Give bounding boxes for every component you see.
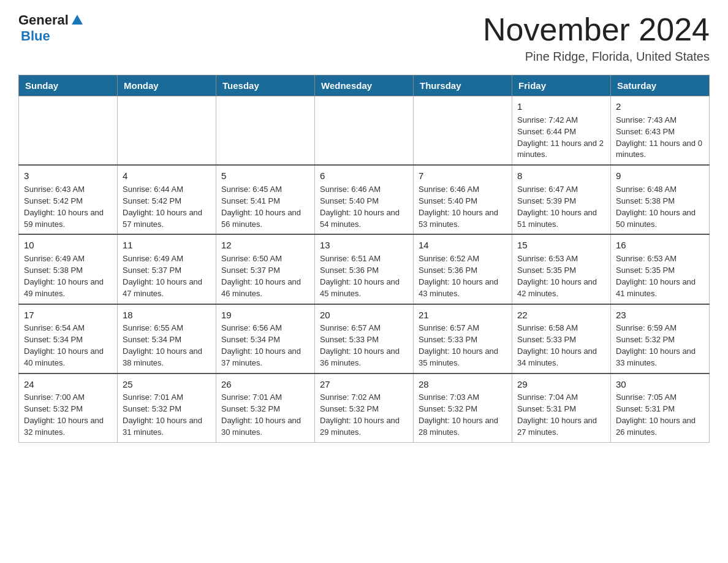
day-number: 11 (123, 239, 211, 252)
day-info: Sunrise: 6:46 AM Sunset: 5:40 PM Dayligh… (320, 185, 400, 229)
day-info: Sunrise: 6:54 AM Sunset: 5:34 PM Dayligh… (24, 323, 104, 367)
day-number: 28 (419, 378, 507, 391)
day-number: 7 (419, 169, 507, 183)
logo-flag-icon (70, 13, 84, 27)
day-info: Sunrise: 6:52 AM Sunset: 5:36 PM Dayligh… (419, 254, 498, 298)
svg-marker-0 (72, 15, 83, 25)
day-number: 17 (24, 308, 112, 322)
day-number: 6 (320, 169, 408, 183)
weekday-header-friday: Friday (512, 75, 611, 96)
day-info: Sunrise: 7:42 AM Sunset: 6:44 PM Dayligh… (517, 115, 604, 159)
day-info: Sunrise: 6:53 AM Sunset: 5:35 PM Dayligh… (616, 254, 696, 298)
calendar-week-row: 1Sunrise: 7:42 AM Sunset: 6:44 PM Daylig… (19, 96, 710, 166)
page-header: General Blue November 2024 Pine Ridge, F… (18, 12, 710, 64)
calendar-cell: 23Sunrise: 6:59 AM Sunset: 5:32 PM Dayli… (611, 304, 710, 373)
day-number: 20 (320, 308, 408, 322)
day-number: 8 (517, 169, 605, 183)
calendar-cell: 27Sunrise: 7:02 AM Sunset: 5:32 PM Dayli… (315, 373, 414, 443)
calendar-cell: 19Sunrise: 6:56 AM Sunset: 5:34 PM Dayli… (216, 304, 315, 373)
day-number: 23 (616, 308, 704, 322)
day-number: 27 (320, 378, 408, 391)
month-title: November 2024 (483, 12, 710, 47)
calendar-week-row: 24Sunrise: 7:00 AM Sunset: 5:32 PM Dayli… (19, 373, 710, 443)
day-info: Sunrise: 6:59 AM Sunset: 5:32 PM Dayligh… (616, 323, 696, 367)
weekday-header-wednesday: Wednesday (315, 75, 414, 96)
day-info: Sunrise: 6:51 AM Sunset: 5:36 PM Dayligh… (320, 254, 400, 298)
calendar-cell: 8Sunrise: 6:47 AM Sunset: 5:39 PM Daylig… (512, 165, 611, 234)
calendar-cell: 7Sunrise: 6:46 AM Sunset: 5:40 PM Daylig… (414, 165, 512, 234)
day-number: 4 (123, 169, 211, 183)
calendar-cell (19, 96, 118, 166)
logo-blue: Blue (21, 28, 50, 44)
calendar-cell: 18Sunrise: 6:55 AM Sunset: 5:34 PM Dayli… (118, 304, 216, 373)
calendar-week-row: 17Sunrise: 6:54 AM Sunset: 5:34 PM Dayli… (19, 304, 710, 373)
day-number: 2 (616, 100, 704, 113)
day-info: Sunrise: 6:58 AM Sunset: 5:33 PM Dayligh… (517, 323, 597, 367)
day-info: Sunrise: 6:44 AM Sunset: 5:42 PM Dayligh… (123, 185, 202, 229)
weekday-header-thursday: Thursday (414, 75, 512, 96)
calendar-week-row: 10Sunrise: 6:49 AM Sunset: 5:38 PM Dayli… (19, 234, 710, 304)
day-info: Sunrise: 7:05 AM Sunset: 5:31 PM Dayligh… (616, 393, 696, 437)
day-number: 13 (320, 239, 408, 252)
day-info: Sunrise: 6:50 AM Sunset: 5:37 PM Dayligh… (221, 254, 301, 298)
logo-text: General (18, 12, 85, 28)
day-number: 3 (24, 169, 112, 183)
weekday-header-sunday: Sunday (19, 75, 118, 96)
day-info: Sunrise: 6:56 AM Sunset: 5:34 PM Dayligh… (221, 323, 301, 367)
day-number: 1 (517, 100, 605, 113)
day-info: Sunrise: 7:43 AM Sunset: 6:43 PM Dayligh… (616, 115, 702, 159)
day-info: Sunrise: 7:01 AM Sunset: 5:32 PM Dayligh… (221, 393, 301, 437)
day-info: Sunrise: 7:02 AM Sunset: 5:32 PM Dayligh… (320, 393, 400, 437)
day-info: Sunrise: 6:46 AM Sunset: 5:40 PM Dayligh… (419, 185, 498, 229)
logo: General Blue (18, 12, 85, 44)
day-info: Sunrise: 6:53 AM Sunset: 5:35 PM Dayligh… (517, 254, 597, 298)
day-number: 26 (221, 378, 309, 391)
day-number: 5 (221, 169, 309, 183)
calendar-cell: 20Sunrise: 6:57 AM Sunset: 5:33 PM Dayli… (315, 304, 414, 373)
calendar-table: SundayMondayTuesdayWednesdayThursdayFrid… (18, 75, 710, 443)
day-number: 12 (221, 239, 309, 252)
day-number: 15 (517, 239, 605, 252)
weekday-header-tuesday: Tuesday (216, 75, 315, 96)
day-info: Sunrise: 6:57 AM Sunset: 5:33 PM Dayligh… (320, 323, 400, 367)
calendar-cell: 6Sunrise: 6:46 AM Sunset: 5:40 PM Daylig… (315, 165, 414, 234)
title-area: November 2024 Pine Ridge, Florida, Unite… (483, 12, 710, 64)
day-number: 16 (616, 239, 704, 252)
day-info: Sunrise: 6:57 AM Sunset: 5:33 PM Dayligh… (419, 323, 498, 367)
calendar-cell: 28Sunrise: 7:03 AM Sunset: 5:32 PM Dayli… (414, 373, 512, 443)
day-info: Sunrise: 6:43 AM Sunset: 5:42 PM Dayligh… (24, 185, 104, 229)
day-info: Sunrise: 6:48 AM Sunset: 5:38 PM Dayligh… (616, 185, 696, 229)
day-number: 22 (517, 308, 605, 322)
calendar-cell: 2Sunrise: 7:43 AM Sunset: 6:43 PM Daylig… (611, 96, 710, 166)
day-info: Sunrise: 6:55 AM Sunset: 5:34 PM Dayligh… (123, 323, 202, 367)
calendar-cell: 15Sunrise: 6:53 AM Sunset: 5:35 PM Dayli… (512, 234, 611, 304)
day-number: 24 (24, 378, 112, 391)
day-number: 21 (419, 308, 507, 322)
day-number: 18 (123, 308, 211, 322)
day-number: 29 (517, 378, 605, 391)
calendar-cell: 1Sunrise: 7:42 AM Sunset: 6:44 PM Daylig… (512, 96, 611, 166)
calendar-cell: 9Sunrise: 6:48 AM Sunset: 5:38 PM Daylig… (611, 165, 710, 234)
calendar-cell (118, 96, 216, 166)
day-info: Sunrise: 6:47 AM Sunset: 5:39 PM Dayligh… (517, 185, 597, 229)
calendar-cell: 17Sunrise: 6:54 AM Sunset: 5:34 PM Dayli… (19, 304, 118, 373)
logo-general: General (18, 12, 69, 28)
day-info: Sunrise: 7:04 AM Sunset: 5:31 PM Dayligh… (517, 393, 597, 437)
calendar-cell: 4Sunrise: 6:44 AM Sunset: 5:42 PM Daylig… (118, 165, 216, 234)
weekday-header-saturday: Saturday (611, 75, 710, 96)
calendar-cell: 26Sunrise: 7:01 AM Sunset: 5:32 PM Dayli… (216, 373, 315, 443)
day-info: Sunrise: 7:00 AM Sunset: 5:32 PM Dayligh… (24, 393, 104, 437)
calendar-cell (315, 96, 414, 166)
calendar-cell: 3Sunrise: 6:43 AM Sunset: 5:42 PM Daylig… (19, 165, 118, 234)
day-number: 10 (24, 239, 112, 252)
day-info: Sunrise: 7:01 AM Sunset: 5:32 PM Dayligh… (123, 393, 202, 437)
calendar-cell: 30Sunrise: 7:05 AM Sunset: 5:31 PM Dayli… (611, 373, 710, 443)
calendar-cell: 12Sunrise: 6:50 AM Sunset: 5:37 PM Dayli… (216, 234, 315, 304)
calendar-cell: 29Sunrise: 7:04 AM Sunset: 5:31 PM Dayli… (512, 373, 611, 443)
day-number: 19 (221, 308, 309, 322)
day-info: Sunrise: 6:49 AM Sunset: 5:37 PM Dayligh… (123, 254, 202, 298)
calendar-cell: 22Sunrise: 6:58 AM Sunset: 5:33 PM Dayli… (512, 304, 611, 373)
calendar-cell: 24Sunrise: 7:00 AM Sunset: 5:32 PM Dayli… (19, 373, 118, 443)
weekday-header-monday: Monday (118, 75, 216, 96)
calendar-cell: 21Sunrise: 6:57 AM Sunset: 5:33 PM Dayli… (414, 304, 512, 373)
